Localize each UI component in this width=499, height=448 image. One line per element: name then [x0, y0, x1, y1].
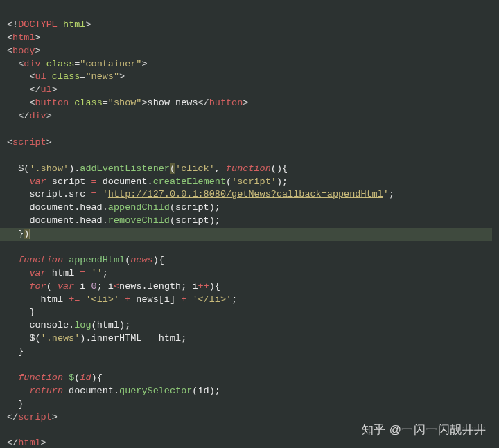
- line-8: </div>: [7, 111, 52, 121]
- line-25: $('.news').innerHTML = html;: [7, 333, 186, 343]
- line-10: <script>: [7, 137, 52, 147]
- line-21: for( var i=0; i<news.length; i++){: [7, 281, 220, 292]
- line-31: </script>: [7, 412, 58, 422]
- line-23: }: [7, 307, 35, 317]
- code-editor: <!DOCTYPE html> <html> <body> <div class…: [0, 0, 499, 448]
- line-16: document.head.removeChild(script);: [7, 215, 220, 226]
- line-28: function $(id){: [7, 373, 103, 383]
- line-13: var script = document.createElement('scr…: [7, 177, 288, 187]
- cursor: [29, 229, 30, 239]
- line-26: }: [7, 346, 24, 357]
- line-14: script.src = 'http://127.0.0.1:8080/getN…: [7, 189, 394, 199]
- line-4: <div class="container">: [7, 59, 148, 69]
- line-5: <ul class="news">: [7, 71, 125, 82]
- line-30: }: [7, 399, 24, 409]
- line-3: <body>: [7, 46, 41, 56]
- watermark: 知乎 @一闪一闪靓井井: [362, 422, 487, 438]
- line-22: html += '<li>' + news[i] + '</li>';: [7, 294, 237, 305]
- line-7: <button class="show">show news</button>: [7, 98, 248, 108]
- line-2: <html>: [7, 33, 41, 43]
- line-20: var html = '';: [7, 268, 108, 278]
- line-17-current: }): [0, 228, 492, 241]
- line-15: document.head.appendChild(script);: [7, 202, 220, 213]
- line-24: console.log(html);: [7, 320, 130, 330]
- line-1: <!DOCTYPE html>: [7, 19, 91, 30]
- line-12: $('.show').addEventListener('click', fun…: [7, 163, 288, 174]
- line-19: function appendHtml(news){: [7, 255, 164, 265]
- line-29: return document.querySelector(id);: [7, 386, 220, 396]
- line-33: </html>: [7, 438, 46, 448]
- line-6: </ul>: [7, 84, 58, 95]
